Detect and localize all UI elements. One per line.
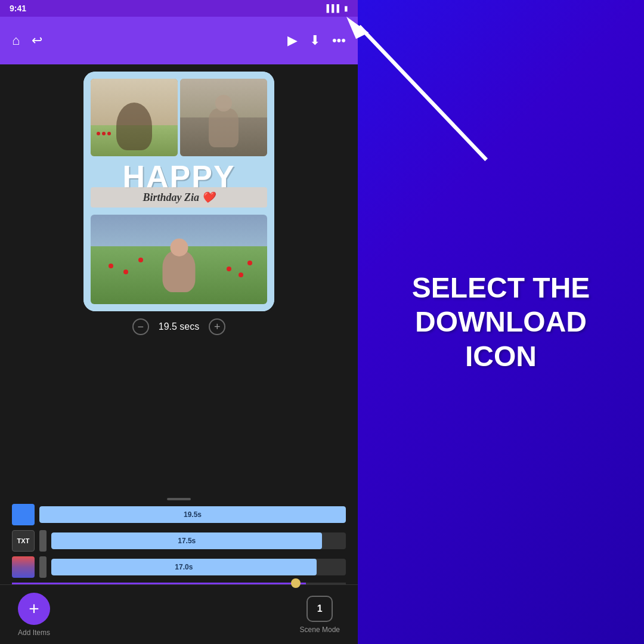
track-bar-1: 19.5s [39, 506, 346, 523]
track-thumb-1 [12, 504, 35, 525]
photo-grid [83, 72, 274, 161]
track-bar-2: 17.5s [51, 532, 322, 549]
baby-figure [163, 250, 196, 292]
toolbar-left: ⌂ ↩ [12, 33, 42, 48]
photo-left [91, 79, 178, 156]
photo-bottom [83, 210, 274, 311]
track-bar-container-3[interactable]: 17.0s [51, 559, 346, 575]
add-items-circle: + [18, 593, 50, 625]
home-icon[interactable]: ⌂ [12, 33, 20, 48]
instruction-text: SELECT THE DOWNLOAD ICON [358, 271, 644, 374]
bottom-bar: + Add Items 1 Scene Mode [0, 584, 358, 644]
timer-section: − 19.5 secs + [132, 311, 225, 340]
scene-mode-button[interactable]: 1 Scene Mode [300, 596, 340, 634]
right-panel: SELECT THE DOWNLOAD ICON [358, 0, 644, 644]
progress-fill [12, 583, 306, 584]
scene-mode-label: Scene Mode [300, 626, 340, 634]
preview-card: HAPPY Birthday Zia ❤️ [83, 72, 274, 311]
timeline-progress-line [12, 583, 346, 584]
track-bar-label-3: 17.0s [175, 563, 193, 571]
birthday-text: Birthday Zia ❤️ [143, 191, 215, 203]
progress-knob[interactable] [291, 578, 301, 588]
timer-display: 19.5 secs [159, 321, 199, 332]
timeline-track-2: TXT 17.5s [12, 530, 346, 552]
scroll-indicator [167, 498, 191, 500]
add-items-button[interactable]: + Add Items [18, 593, 50, 637]
track-thumb-2: TXT [12, 530, 35, 552]
timeline-track-3: 17.0s [12, 556, 346, 578]
track-thumb-3 [12, 556, 35, 578]
baby-photo [91, 215, 267, 304]
timeline-section: 19.5s TXT 17.5s 17.0s [0, 504, 358, 578]
track-bar-container-2[interactable]: 17.5s [51, 532, 346, 549]
happy-section: HAPPY Birthday Zia ❤️ [83, 161, 274, 210]
timer-increase-button[interactable]: + [209, 318, 225, 335]
photo-left-content [91, 79, 178, 156]
svg-line-0 [359, 26, 486, 160]
scene-mode-icon: 1 [306, 596, 333, 622]
birthday-banner: Birthday Zia ❤️ [91, 187, 267, 208]
timeline-track-1: 19.5s [12, 504, 346, 525]
status-time: 9:41 [10, 4, 26, 13]
track-bar-3: 17.0s [51, 559, 317, 575]
track-bar-label-1: 19.5s [184, 510, 202, 519]
svg-marker-1 [346, 17, 369, 39]
track-bar-container-1[interactable]: 19.5s [39, 506, 346, 523]
instruction-arrow [250, 0, 519, 179]
timer-decrease-button[interactable]: − [132, 318, 149, 335]
add-items-label: Add Items [18, 628, 50, 637]
back-icon[interactable]: ↩ [32, 33, 42, 48]
track-bar-label-2: 17.5s [178, 537, 196, 545]
